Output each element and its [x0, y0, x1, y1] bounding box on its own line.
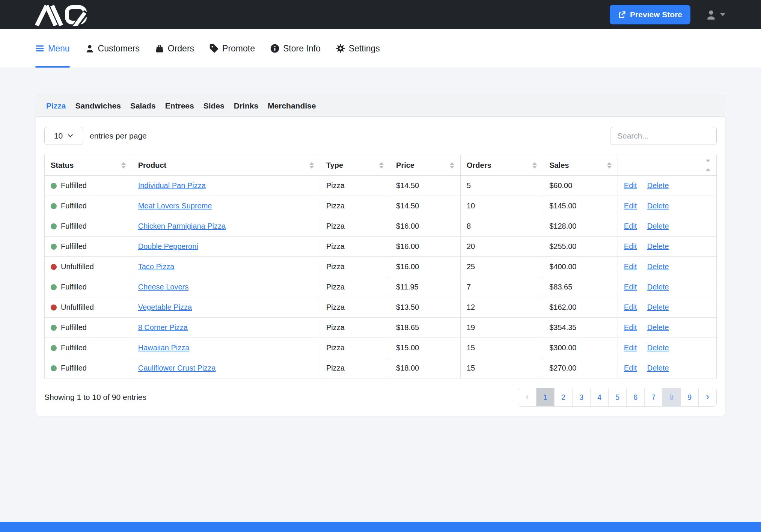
bottom-accent-bar	[0, 522, 761, 532]
column-header-sales[interactable]: Sales	[543, 155, 618, 176]
edit-link[interactable]: Edit	[624, 364, 637, 372]
status-cell: Fulfilled	[45, 237, 132, 257]
page-button-4[interactable]: 4	[590, 388, 608, 406]
sales-cell: $162.00	[543, 297, 618, 318]
edit-link[interactable]: Edit	[624, 262, 637, 271]
price-cell: $16.00	[390, 216, 461, 237]
sales-cell: $128.00	[543, 216, 618, 237]
delete-link[interactable]: Delete	[647, 262, 669, 271]
nav-item-store-info[interactable]: Store Info	[270, 29, 321, 68]
tab-pizza[interactable]: Pizza	[46, 101, 66, 110]
page-size-select[interactable]: 10	[44, 127, 83, 145]
product-cell: 8 Corner Pizza	[132, 318, 320, 338]
page-button-7[interactable]: 7	[644, 388, 662, 406]
prev-page-button[interactable]: ‹	[518, 388, 536, 406]
app-viewport: Preview Store Menu Customers	[0, 0, 761, 532]
delete-link[interactable]: Delete	[647, 283, 669, 291]
product-cell: Cauliflower Crust Pizza	[132, 358, 320, 378]
status-label: Fulfilled	[61, 344, 87, 352]
tab-merchandise[interactable]: Merchandise	[268, 101, 316, 110]
delete-link[interactable]: Delete	[647, 181, 669, 190]
tab-entrees[interactable]: Entrees	[165, 101, 194, 110]
edit-link[interactable]: Edit	[624, 181, 637, 190]
delete-link[interactable]: Delete	[647, 222, 669, 230]
search-input[interactable]	[610, 127, 717, 145]
type-cell: Pizza	[320, 297, 390, 318]
next-page-button[interactable]: ›	[698, 388, 716, 406]
tab-sides[interactable]: Sides	[203, 101, 225, 110]
orders-cell: 15	[460, 358, 543, 378]
status-cell: Fulfilled	[45, 318, 132, 338]
page-button-5[interactable]: 5	[608, 388, 626, 406]
product-link[interactable]: Vegetable Pizza	[138, 303, 192, 311]
nav-item-menu[interactable]: Menu	[35, 29, 70, 68]
status-cell: Fulfilled	[45, 216, 132, 237]
product-link[interactable]: Cheese Lovers	[138, 283, 189, 291]
product-link[interactable]: Chicken Parmigiana Pizza	[138, 222, 226, 230]
edit-link[interactable]: Edit	[624, 303, 637, 311]
status-label: Fulfilled	[61, 222, 87, 230]
tab-sandwiches[interactable]: Sandwiches	[75, 101, 121, 110]
user-menu[interactable]	[705, 9, 725, 20]
bag-icon	[155, 44, 164, 53]
edit-link[interactable]: Edit	[624, 222, 637, 230]
page-button-2[interactable]: 2	[554, 388, 572, 406]
product-link[interactable]: Hawaiian Pizza	[138, 344, 190, 352]
orders-cell: 12	[460, 297, 543, 318]
edit-link[interactable]: Edit	[624, 344, 637, 352]
price-cell: $18.65	[390, 318, 461, 338]
table-footer: Showing 1 to 10 of 90 entries ‹123456789…	[36, 378, 725, 416]
page-button-9[interactable]: 9	[680, 388, 698, 406]
type-cell: Pizza	[320, 358, 390, 378]
column-header-status[interactable]: Status	[45, 155, 132, 176]
actions-cell: Edit Delete	[618, 358, 716, 378]
page-button-3[interactable]: 3	[572, 388, 590, 406]
type-cell: Pizza	[320, 176, 390, 196]
delete-link[interactable]: Delete	[647, 303, 669, 311]
user-icon	[705, 9, 717, 20]
column-header-price[interactable]: Price	[390, 155, 461, 176]
delete-link[interactable]: Delete	[647, 344, 669, 352]
product-link[interactable]: Double Pepperoni	[138, 242, 198, 250]
nav-item-customers[interactable]: Customers	[85, 29, 140, 68]
nav-item-promote[interactable]: Promote	[209, 29, 255, 68]
page-button-6[interactable]: 6	[626, 388, 644, 406]
actions-cell: Edit Delete	[618, 297, 716, 318]
column-header-actions[interactable]	[618, 155, 716, 176]
nav-item-settings[interactable]: Settings	[336, 29, 380, 68]
column-header-type[interactable]: Type	[320, 155, 390, 176]
nav-label-menu: Menu	[48, 44, 70, 54]
status-label: Unfulfilled	[61, 262, 94, 271]
column-header-orders[interactable]: Orders	[460, 155, 543, 176]
showing-entries-text: Showing 1 to 10 of 90 entries	[44, 393, 146, 402]
nav-item-orders[interactable]: Orders	[155, 29, 194, 68]
status-cell: Fulfilled	[45, 358, 132, 378]
brand-logo-aq[interactable]	[34, 3, 90, 26]
edit-link[interactable]: Edit	[624, 202, 637, 210]
product-link[interactable]: 8 Corner Pizza	[138, 323, 188, 332]
product-link[interactable]: Individual Pan Pizza	[138, 181, 206, 190]
edit-link[interactable]: Edit	[624, 323, 637, 332]
delete-link[interactable]: Delete	[647, 202, 669, 210]
page-button-8[interactable]: 8	[662, 388, 680, 406]
column-header-product[interactable]: Product	[132, 155, 320, 176]
price-cell: $16.00	[390, 257, 461, 277]
product-link[interactable]: Meat Lovers Supreme	[138, 202, 212, 210]
status-dot	[51, 264, 57, 270]
main-nav: Menu Customers Orders Promote	[0, 29, 761, 68]
preview-store-button[interactable]: Preview Store	[610, 5, 690, 24]
tab-drinks[interactable]: Drinks	[234, 101, 258, 110]
delete-link[interactable]: Delete	[647, 242, 669, 250]
edit-link[interactable]: Edit	[624, 283, 637, 291]
tab-salads[interactable]: Salads	[130, 101, 156, 110]
product-link[interactable]: Taco Pizza	[138, 262, 175, 271]
product-link[interactable]: Cauliflower Crust Pizza	[138, 364, 216, 372]
delete-link[interactable]: Delete	[647, 323, 669, 332]
page-button-1[interactable]: 1	[536, 388, 554, 406]
topbar-actions: Preview Store	[610, 5, 725, 24]
sort-icon	[309, 162, 314, 169]
sales-cell: $145.00	[543, 196, 618, 216]
delete-link[interactable]: Delete	[647, 364, 669, 372]
sort-icon	[706, 160, 710, 171]
edit-link[interactable]: Edit	[624, 242, 637, 250]
